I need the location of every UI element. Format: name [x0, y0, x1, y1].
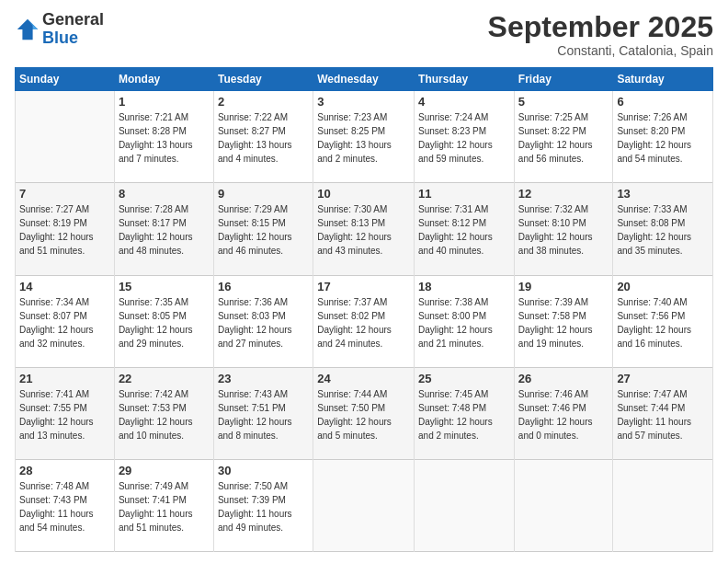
day-cell: 3Sunrise: 7:23 AM Sunset: 8:25 PM Daylig… [313, 91, 415, 183]
day-info: Sunrise: 7:26 AM Sunset: 8:20 PM Dayligh… [617, 110, 709, 166]
day-cell: 14Sunrise: 7:34 AM Sunset: 8:07 PM Dayli… [16, 275, 115, 367]
day-cell: 13Sunrise: 7:33 AM Sunset: 8:08 PM Dayli… [613, 183, 713, 275]
day-info: Sunrise: 7:33 AM Sunset: 8:08 PM Dayligh… [617, 202, 709, 258]
day-cell: 4Sunrise: 7:24 AM Sunset: 8:23 PM Daylig… [415, 91, 515, 183]
day-number: 13 [617, 187, 709, 201]
day-cell: 20Sunrise: 7:40 AM Sunset: 7:56 PM Dayli… [613, 275, 713, 367]
day-number: 2 [218, 95, 309, 109]
day-info: Sunrise: 7:43 AM Sunset: 7:51 PM Dayligh… [218, 387, 309, 442]
day-number: 9 [218, 187, 309, 201]
day-cell: 22Sunrise: 7:42 AM Sunset: 7:53 PM Dayli… [114, 367, 213, 459]
day-info: Sunrise: 7:36 AM Sunset: 8:03 PM Dayligh… [218, 295, 309, 350]
day-number: 7 [19, 187, 110, 201]
calendar-page: General Blue September 2025 Constanti, C… [0, 0, 728, 563]
day-info: Sunrise: 7:28 AM Sunset: 8:17 PM Dayligh… [119, 202, 210, 258]
day-cell [415, 459, 515, 551]
day-cell: 23Sunrise: 7:43 AM Sunset: 7:51 PM Dayli… [213, 367, 313, 459]
day-number: 25 [418, 372, 510, 385]
day-number: 6 [617, 95, 709, 109]
header-cell-monday: Monday [114, 68, 213, 91]
day-info: Sunrise: 7:45 AM Sunset: 7:48 PM Dayligh… [418, 387, 510, 442]
title-block: September 2025 Constanti, Catalonia, Spa… [488, 11, 713, 58]
header-cell-friday: Friday [514, 68, 613, 91]
week-row-4: 28Sunrise: 7:48 AM Sunset: 7:43 PM Dayli… [16, 459, 713, 551]
day-cell: 24Sunrise: 7:44 AM Sunset: 7:50 PM Dayli… [313, 367, 415, 459]
day-cell: 19Sunrise: 7:39 AM Sunset: 7:58 PM Dayli… [514, 275, 613, 367]
logo: General Blue [15, 11, 104, 48]
day-info: Sunrise: 7:39 AM Sunset: 7:58 PM Dayligh… [518, 295, 609, 350]
header-row: SundayMondayTuesdayWednesdayThursdayFrid… [16, 68, 713, 91]
day-cell: 12Sunrise: 7:32 AM Sunset: 8:10 PM Dayli… [514, 183, 613, 275]
day-cell: 21Sunrise: 7:41 AM Sunset: 7:55 PM Dayli… [16, 367, 115, 459]
day-cell: 11Sunrise: 7:31 AM Sunset: 8:12 PM Dayli… [415, 183, 515, 275]
day-number: 12 [518, 187, 609, 201]
day-cell [613, 459, 713, 551]
day-cell: 1Sunrise: 7:21 AM Sunset: 8:28 PM Daylig… [114, 91, 213, 183]
day-info: Sunrise: 7:37 AM Sunset: 8:02 PM Dayligh… [317, 295, 410, 350]
day-number: 8 [119, 187, 210, 201]
day-info: Sunrise: 7:35 AM Sunset: 8:05 PM Dayligh… [119, 295, 210, 350]
day-number: 4 [418, 95, 510, 109]
day-info: Sunrise: 7:27 AM Sunset: 8:19 PM Dayligh… [19, 202, 110, 258]
day-cell [16, 91, 115, 183]
day-info: Sunrise: 7:49 AM Sunset: 7:41 PM Dayligh… [119, 479, 210, 534]
logo-blue-text: Blue [42, 29, 78, 47]
day-cell: 2Sunrise: 7:22 AM Sunset: 8:27 PM Daylig… [213, 91, 313, 183]
day-info: Sunrise: 7:21 AM Sunset: 8:28 PM Dayligh… [119, 110, 210, 166]
day-number: 14 [19, 280, 110, 293]
day-cell: 26Sunrise: 7:46 AM Sunset: 7:46 PM Dayli… [514, 367, 613, 459]
week-row-1: 7Sunrise: 7:27 AM Sunset: 8:19 PM Daylig… [16, 183, 713, 275]
logo-icon [15, 17, 40, 42]
day-info: Sunrise: 7:34 AM Sunset: 8:07 PM Dayligh… [19, 295, 110, 350]
header-cell-tuesday: Tuesday [213, 68, 313, 91]
day-cell: 5Sunrise: 7:25 AM Sunset: 8:22 PM Daylig… [514, 91, 613, 183]
day-number: 17 [317, 280, 410, 293]
day-number: 23 [218, 372, 309, 385]
day-cell: 30Sunrise: 7:50 AM Sunset: 7:39 PM Dayli… [213, 459, 313, 551]
header: General Blue September 2025 Constanti, C… [15, 11, 713, 58]
day-cell: 15Sunrise: 7:35 AM Sunset: 8:05 PM Dayli… [114, 275, 213, 367]
day-info: Sunrise: 7:24 AM Sunset: 8:23 PM Dayligh… [418, 110, 510, 166]
day-info: Sunrise: 7:44 AM Sunset: 7:50 PM Dayligh… [317, 387, 410, 442]
week-row-0: 1Sunrise: 7:21 AM Sunset: 8:28 PM Daylig… [16, 91, 713, 183]
day-info: Sunrise: 7:23 AM Sunset: 8:25 PM Dayligh… [317, 110, 410, 166]
day-number: 3 [317, 95, 410, 109]
day-cell: 7Sunrise: 7:27 AM Sunset: 8:19 PM Daylig… [16, 183, 115, 275]
logo-text-general: General [42, 11, 104, 29]
day-number: 22 [119, 372, 210, 385]
day-cell: 25Sunrise: 7:45 AM Sunset: 7:48 PM Dayli… [415, 367, 515, 459]
day-cell: 17Sunrise: 7:37 AM Sunset: 8:02 PM Dayli… [313, 275, 415, 367]
day-number: 20 [617, 280, 709, 293]
day-info: Sunrise: 7:47 AM Sunset: 7:44 PM Dayligh… [617, 387, 709, 442]
day-info: Sunrise: 7:40 AM Sunset: 7:56 PM Dayligh… [617, 295, 709, 350]
day-number: 21 [19, 372, 110, 385]
day-number: 29 [119, 464, 210, 477]
logo-general: General [42, 10, 104, 29]
header-cell-wednesday: Wednesday [313, 68, 415, 91]
day-number: 30 [218, 464, 309, 477]
day-info: Sunrise: 7:48 AM Sunset: 7:43 PM Dayligh… [19, 479, 110, 534]
day-cell [313, 459, 415, 551]
day-cell: 8Sunrise: 7:28 AM Sunset: 8:17 PM Daylig… [114, 183, 213, 275]
day-number: 19 [518, 280, 609, 293]
header-cell-saturday: Saturday [613, 68, 713, 91]
month-title: September 2025 [488, 11, 713, 43]
day-number: 11 [418, 187, 510, 201]
day-cell: 6Sunrise: 7:26 AM Sunset: 8:20 PM Daylig… [613, 91, 713, 183]
day-info: Sunrise: 7:31 AM Sunset: 8:12 PM Dayligh… [418, 202, 510, 258]
header-cell-sunday: Sunday [16, 68, 115, 91]
calendar-table: SundayMondayTuesdayWednesdayThursdayFrid… [15, 67, 713, 552]
day-number: 24 [317, 372, 410, 385]
day-number: 10 [317, 187, 410, 201]
day-cell: 16Sunrise: 7:36 AM Sunset: 8:03 PM Dayli… [213, 275, 313, 367]
day-number: 16 [218, 280, 309, 293]
day-cell: 27Sunrise: 7:47 AM Sunset: 7:44 PM Dayli… [613, 367, 713, 459]
day-cell: 18Sunrise: 7:38 AM Sunset: 8:00 PM Dayli… [415, 275, 515, 367]
day-cell: 9Sunrise: 7:29 AM Sunset: 8:15 PM Daylig… [213, 183, 313, 275]
header-cell-thursday: Thursday [415, 68, 515, 91]
day-info: Sunrise: 7:29 AM Sunset: 8:15 PM Dayligh… [218, 202, 309, 258]
day-cell: 28Sunrise: 7:48 AM Sunset: 7:43 PM Dayli… [16, 459, 115, 551]
week-row-3: 21Sunrise: 7:41 AM Sunset: 7:55 PM Dayli… [16, 367, 713, 459]
week-row-2: 14Sunrise: 7:34 AM Sunset: 8:07 PM Dayli… [16, 275, 713, 367]
day-info: Sunrise: 7:30 AM Sunset: 8:13 PM Dayligh… [317, 202, 410, 258]
